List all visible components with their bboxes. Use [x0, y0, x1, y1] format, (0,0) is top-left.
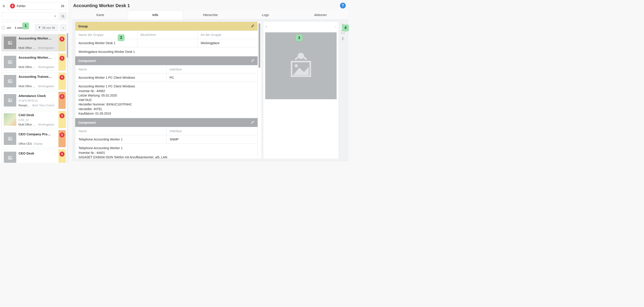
device-title: CAD Desk — [18, 113, 52, 117]
device-title: CEO Company Proce… — [18, 132, 52, 136]
device-card[interactable]: Accounting Worker …Multi Office U…Workin… — [1, 53, 66, 71]
device-title: Accounting Worker … — [18, 36, 52, 40]
detail-tabs: Karte Info Hierarchie Logs Aktionen — [73, 10, 348, 20]
component1-description: Accounting Worker 1 PC Client Windows In… — [75, 82, 258, 118]
media-prev-button[interactable] — [265, 25, 268, 29]
component1-heading-label: Component — [78, 59, 96, 63]
severity-badge: 6 — [60, 94, 64, 99]
tab-logs[interactable]: Logs — [238, 10, 293, 19]
comp1-row: Accounting Worker 1 PC Client Windows PC — [76, 74, 258, 82]
edit-component2-button[interactable] — [251, 120, 254, 125]
collapse-sidebar-button[interactable] — [1, 3, 6, 9]
clear-search-button[interactable]: × — [54, 14, 56, 18]
tab-hierarchie[interactable]: Hierarchie — [183, 10, 238, 19]
device-title: Attendance Clock — [18, 94, 52, 98]
svg-point-9 — [9, 99, 10, 100]
severity-strip: 6 — [58, 53, 66, 70]
tab-karte[interactable]: Karte — [73, 10, 128, 19]
component2-heading-label: Component — [78, 121, 96, 124]
component2-section-header: Component — [75, 118, 258, 127]
severity-strip: 6 — [58, 149, 66, 163]
severity-badge: 6 — [60, 75, 64, 80]
group-section-header: Group — [75, 22, 258, 30]
comp2-row: Telephone Accounting Worker 1 SNMP — [76, 135, 258, 144]
upload-media-button[interactable] — [340, 36, 345, 41]
svg-point-7 — [9, 80, 10, 81]
device-location: Multi Office U… — [18, 85, 36, 88]
device-title: CEO Desk — [18, 152, 52, 155]
device-thumbnail — [4, 152, 16, 163]
sidebar-search-button[interactable] — [59, 12, 67, 20]
device-subtitle: iS-WTCRFID-01 — [18, 99, 52, 102]
svg-point-5 — [9, 61, 10, 62]
select-all-checkbox[interactable] — [2, 26, 5, 29]
status-filter-label: Fehler — [17, 4, 26, 8]
edit-group-button[interactable] — [251, 24, 254, 28]
device-location: Reception — [18, 104, 30, 107]
device-type: Work Time Control — [32, 104, 54, 107]
device-card[interactable]: Accounting Worker …Multi Office U…Workin… — [1, 34, 66, 51]
status-filter-chip[interactable]: 6 Fehler 39 — [8, 2, 67, 10]
severity-strip: 6 — [58, 130, 66, 147]
comp2-col-iface: Interface — [166, 127, 258, 135]
component2-description: Telephone Accounting Worker 1 Inventar N… — [75, 144, 258, 159]
tab-aktionen[interactable]: Aktionen — [293, 10, 348, 19]
severity-badge: 6 — [60, 132, 64, 137]
device-location: Multi Office U… — [18, 46, 36, 49]
hint-badge-3: 3 — [296, 34, 302, 41]
component1-section-header: Component — [75, 56, 258, 65]
device-title: Accounting Trainees … — [18, 75, 52, 78]
device-card[interactable]: Attendance ClockiS-WTCRFID-01ReceptionWo… — [1, 92, 66, 109]
svg-point-13 — [9, 157, 10, 158]
group-col-ident: Bezeichner — [137, 31, 198, 39]
severity-badge: 6 — [60, 56, 64, 61]
svg-point-3 — [9, 42, 10, 43]
component1-table: Name Interface Accounting Worker 1 PC Cl… — [75, 65, 258, 82]
group-description: Workingplace Accounting Worker Desk 1 — [75, 47, 258, 56]
device-type: Display — [34, 142, 42, 145]
select-all-label: alle — [7, 26, 11, 29]
device-card[interactable]: CAD DeskCAD_13Multi Office G…Workingplac… — [1, 111, 66, 128]
media-next-button[interactable] — [334, 25, 336, 29]
comp2-col-name: Name — [76, 127, 167, 135]
hint-badge-4: 4 — [342, 24, 349, 31]
group-row: Accounting Worker Desk 1 Workingplace — [76, 39, 258, 47]
hint-badge-2: 2 — [118, 34, 124, 41]
sidebar-scroll-thumb[interactable] — [67, 33, 68, 58]
hint-badge-1: 1 — [22, 22, 29, 29]
info-scroll-thumb[interactable] — [258, 23, 260, 68]
severity-strip: 6 — [58, 111, 66, 128]
help-button[interactable]: ? — [340, 3, 346, 8]
svg-point-11 — [9, 138, 10, 139]
filter-funnel-button[interactable]: 39 von 39 — [35, 24, 58, 31]
comp1-col-iface: Interface — [166, 65, 258, 74]
device-type: Workingplace — [38, 85, 54, 88]
device-thumbnail — [4, 56, 16, 68]
severity-badge: 6 — [60, 113, 64, 118]
sort-toggle-button[interactable] — [60, 24, 67, 31]
device-location: Multi Office G… — [18, 123, 36, 126]
group-col-name: Name der Gruppe — [76, 31, 138, 39]
device-type: Workingplace — [38, 65, 54, 69]
group-col-kind: Art der Gruppe — [198, 31, 258, 39]
edit-component1-button[interactable] — [251, 59, 254, 63]
device-thumbnail — [4, 94, 16, 107]
severity-strip: 6 — [58, 73, 66, 90]
svg-rect-16 — [252, 61, 252, 62]
device-card[interactable]: CEO Desk6 — [1, 149, 66, 163]
comp1-col-name: Name — [76, 65, 167, 74]
svg-point-20 — [295, 64, 298, 67]
svg-point-0 — [62, 15, 64, 17]
device-subtitle: CAD_13 — [18, 118, 52, 121]
group-table: Name der Gruppe Bezeichner Art der Grupp… — [75, 30, 258, 47]
component2-table: Name Interface Telephone Accounting Work… — [75, 127, 258, 144]
device-card[interactable]: Accounting Trainees …Multi Office U…Work… — [1, 72, 66, 90]
device-card[interactable]: CEO Company Proce…Office CEODisplay6 — [1, 130, 66, 147]
device-title: Accounting Worker … — [18, 56, 52, 59]
severity-badge: 6 — [60, 152, 64, 157]
tab-info[interactable]: Info — [128, 10, 183, 19]
media-preview-panel — [264, 22, 338, 159]
group-heading-label: Group — [78, 24, 88, 28]
sidebar-search-input[interactable] — [4, 13, 51, 20]
device-location: Multi Office U… — [18, 65, 36, 69]
